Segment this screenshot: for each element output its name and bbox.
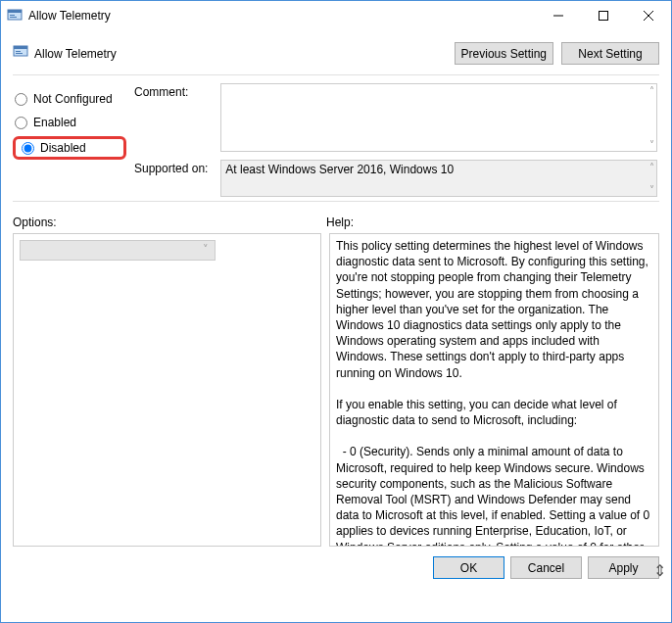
- policy-icon: [7, 8, 23, 24]
- svg-rect-1: [8, 10, 22, 13]
- options-label: Options:: [13, 216, 326, 229]
- ok-button[interactable]: OK: [433, 556, 504, 579]
- options-dropdown-disabled: [20, 240, 216, 261]
- radio-disabled[interactable]: Disabled: [13, 136, 126, 160]
- comment-input[interactable]: [220, 83, 657, 152]
- scroll-down-icon: ˅: [649, 184, 654, 195]
- titlebar: Allow Telemetry: [1, 1, 671, 30]
- supported-on-field: At least Windows Server 2016, Windows 10: [220, 160, 657, 197]
- policy-title-text: Allow Telemetry: [34, 47, 117, 61]
- svg-rect-11: [16, 53, 23, 54]
- close-button[interactable]: [626, 1, 671, 30]
- scroll-up-icon: ˄: [649, 85, 654, 96]
- radio-not-configured[interactable]: Not Configured: [13, 87, 126, 111]
- radio-enabled-input[interactable]: [15, 117, 27, 129]
- apply-button[interactable]: Apply: [588, 556, 659, 579]
- svg-rect-10: [16, 51, 21, 52]
- radio-not-configured-input[interactable]: [15, 93, 27, 106]
- minimize-button[interactable]: [536, 1, 581, 30]
- policy-header: Allow Telemetry: [13, 44, 447, 63]
- radio-enabled-label: Enabled: [33, 116, 76, 129]
- help-label: Help:: [326, 216, 354, 229]
- next-setting-button[interactable]: Next Setting: [561, 42, 659, 65]
- divider: [13, 74, 659, 75]
- previous-setting-button[interactable]: Previous Setting: [455, 42, 553, 65]
- cancel-button[interactable]: Cancel: [510, 556, 582, 579]
- scroll-up-icon: ˄: [649, 162, 654, 172]
- radio-disabled-input[interactable]: [22, 142, 34, 155]
- policy-icon: [13, 44, 28, 63]
- divider: [13, 201, 659, 202]
- radio-enabled[interactable]: Enabled: [13, 111, 126, 134]
- help-panel[interactable]: This policy setting determines the highe…: [329, 233, 659, 547]
- scroll-down-icon: ˅: [649, 139, 654, 150]
- window-title: Allow Telemetry: [28, 9, 536, 23]
- help-text: This policy setting determines the highe…: [336, 238, 652, 547]
- radio-disabled-label: Disabled: [40, 141, 86, 155]
- radio-not-configured-label: Not Configured: [33, 92, 113, 106]
- svg-rect-5: [600, 12, 608, 21]
- maximize-button[interactable]: [581, 1, 626, 30]
- comment-label: Comment:: [134, 83, 217, 99]
- svg-rect-9: [14, 46, 27, 49]
- resize-grip-icon[interactable]: ⇕: [653, 561, 666, 580]
- options-panel: [13, 233, 321, 547]
- supported-on-label: Supported on:: [134, 160, 217, 175]
- svg-rect-2: [10, 15, 15, 16]
- svg-rect-3: [10, 17, 17, 18]
